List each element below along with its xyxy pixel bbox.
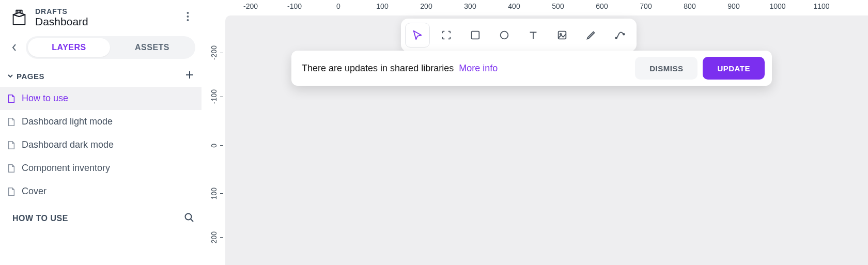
svg-point-2 <box>187 19 189 21</box>
pages-label: PAGES <box>17 72 44 81</box>
tab-layers[interactable]: LAYERS <box>28 38 110 57</box>
ruler-tick: 600 <box>596 2 608 10</box>
svg-rect-4 <box>472 32 479 39</box>
tab-assets[interactable]: ASSETS <box>111 38 193 57</box>
dismiss-button[interactable]: DISMISS <box>635 57 698 80</box>
project-header: DRAFTS Dashboard <box>0 0 202 33</box>
project-title-block: DRAFTS Dashboard <box>35 7 183 28</box>
tool-pencil[interactable] <box>579 23 603 48</box>
svg-point-8 <box>615 37 617 39</box>
app-root: DRAFTS Dashboard LAYERS ASSETS PAGES <box>0 0 868 265</box>
ruler-tick: -200 <box>210 45 218 60</box>
page-item-dashboard-light[interactable]: Dashboard light mode <box>0 110 202 133</box>
tool-image[interactable] <box>550 23 575 48</box>
ruler-vertical[interactable]: -200 -100 0 100 200 <box>202 15 225 265</box>
add-page-button[interactable] <box>185 70 194 82</box>
ruler-tick: 300 <box>464 2 476 10</box>
ruler-tick: 100 <box>210 188 218 199</box>
ruler-tick: 400 <box>508 2 520 10</box>
page-item-dashboard-dark[interactable]: Dashboard dark mode <box>0 133 202 157</box>
update-button[interactable]: UPDATE <box>703 57 765 80</box>
ruler-tick: 1000 <box>769 2 785 10</box>
ruler-tick: 0 <box>336 2 340 10</box>
pages-list: How to use Dashboard light mode Dashboar… <box>0 87 202 203</box>
chevron-down-icon <box>7 73 13 79</box>
ruler-tick: 0 <box>210 144 218 148</box>
ruler-tick: 700 <box>640 2 652 10</box>
page-label: Dashboard light mode <box>22 116 113 127</box>
canvas-toolbar <box>401 19 637 52</box>
ruler-tick: 500 <box>552 2 564 10</box>
tool-ellipse[interactable] <box>492 23 517 48</box>
tool-move[interactable] <box>405 23 430 48</box>
ruler-tick: -200 <box>243 2 258 10</box>
notification-more-info-link[interactable]: More info <box>459 63 498 74</box>
layer-section-title: HOW TO USE <box>12 214 68 223</box>
sidebar-tabs: LAYERS ASSETS <box>26 36 195 59</box>
page-icon <box>7 94 16 103</box>
library-update-notification: There are updates in shared libraries Mo… <box>291 51 772 86</box>
page-icon <box>7 187 16 196</box>
tool-rectangle[interactable] <box>463 23 488 48</box>
search-icon[interactable] <box>184 212 194 225</box>
ruler-tick: 200 <box>420 2 432 10</box>
canvas-area: -200 -100 0 100 200 300 400 500 600 700 … <box>202 0 868 265</box>
page-item-how-to-use[interactable]: How to use <box>0 87 202 110</box>
project-logo-icon[interactable] <box>9 8 29 27</box>
tool-frame[interactable] <box>434 23 459 48</box>
page-item-cover[interactable]: Cover <box>0 180 202 203</box>
page-item-component-inventory[interactable]: Component inventory <box>0 157 202 180</box>
more-options-icon[interactable] <box>183 8 192 27</box>
ruler-tick: 200 <box>210 231 218 243</box>
ruler-tick: 900 <box>727 2 739 10</box>
back-button[interactable] <box>6 39 23 56</box>
page-label: How to use <box>22 93 68 104</box>
ruler-tick: 1100 <box>813 2 829 10</box>
ruler-tick: 100 <box>376 2 388 10</box>
project-title[interactable]: Dashboard <box>35 15 183 28</box>
ruler-tick: 800 <box>684 2 695 10</box>
pages-section-header: PAGES <box>0 63 202 87</box>
ruler-tick: -100 <box>287 2 302 10</box>
sidebar: DRAFTS Dashboard LAYERS ASSETS PAGES <box>0 0 202 265</box>
page-label: Cover <box>22 186 47 197</box>
tool-text[interactable] <box>521 23 546 48</box>
tool-curve[interactable] <box>608 23 632 48</box>
svg-point-9 <box>623 34 625 35</box>
svg-point-1 <box>187 15 189 18</box>
ruler-tick: -100 <box>210 89 218 104</box>
pages-toggle[interactable]: PAGES <box>7 72 44 81</box>
svg-point-0 <box>187 12 189 14</box>
sidebar-tabs-row: LAYERS ASSETS <box>0 33 202 63</box>
breadcrumb[interactable]: DRAFTS <box>35 7 183 15</box>
page-label: Dashboard dark mode <box>22 139 114 150</box>
svg-point-5 <box>501 32 508 39</box>
page-label: Component inventory <box>22 163 110 174</box>
page-icon <box>7 164 16 173</box>
page-icon <box>7 117 16 127</box>
ruler-horizontal[interactable]: -200 -100 0 100 200 300 400 500 600 700 … <box>202 0 868 15</box>
notification-text: There are updates in shared libraries <box>302 63 454 74</box>
svg-point-3 <box>185 214 192 220</box>
layer-section-header: HOW TO USE <box>0 203 202 225</box>
page-icon <box>7 141 16 150</box>
